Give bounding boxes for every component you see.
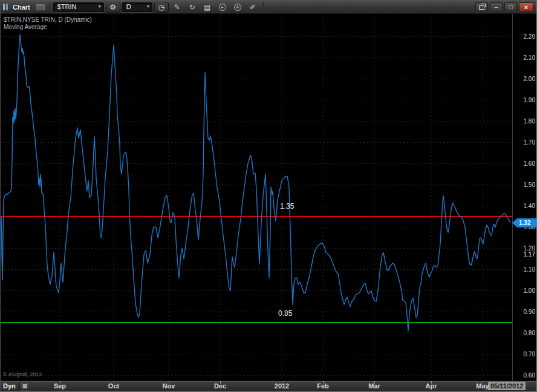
esignal-watermark: © eSignal, 2012 — [3, 371, 42, 377]
price-axis-label: 2.00 — [515, 76, 535, 82]
restore-button[interactable] — [475, 2, 488, 11]
dyn-mode-label: Dyn — [3, 382, 16, 390]
maximize-button[interactable]: □ — [504, 2, 517, 11]
price-axis-label: 1.80 — [515, 118, 535, 125]
month-label: Oct — [108, 382, 119, 390]
window-title: Chart — [13, 4, 30, 11]
chevron-down-icon: ▾ — [93, 4, 101, 9]
restore-icon — [479, 5, 484, 10]
time-template-button[interactable]: ▦ — [19, 382, 30, 390]
pencil-icon: ✎ — [174, 4, 180, 11]
time-interval-button[interactable]: ◷ — [154, 2, 169, 13]
month-label: Feb — [317, 382, 329, 390]
ma-value-label: 1.17 — [515, 251, 535, 258]
comment-icon: ▤ — [204, 4, 210, 11]
toolbar-separator — [263, 2, 264, 12]
clock-icon: ◷ — [158, 4, 164, 11]
chart-canvas[interactable] — [1, 14, 536, 381]
price-axis-label: 1.10 — [515, 266, 535, 273]
toolbar: Chart $TRIN ▾ ⚙ D ▾ ◷ ✎ ↻ ▤ ▸ A — [1, 1, 536, 14]
month-label: 2012 — [275, 382, 289, 390]
replay-button[interactable]: ▸ — [216, 2, 229, 13]
chart-window: Chart $TRIN ▾ ⚙ D ▾ ◷ ✎ ↻ ▤ ▸ A — [0, 0, 537, 392]
toolbar-separator — [49, 2, 50, 12]
price-axis-label: 0.60 — [515, 372, 535, 379]
interval-value: D — [126, 3, 131, 10]
refresh-button[interactable]: ↻ — [186, 2, 199, 13]
month-label: Dec — [214, 382, 226, 390]
draw-tool-button[interactable]: ✎ — [171, 2, 184, 13]
price-axis-label: 1.70 — [515, 139, 535, 146]
symbol-settings-button[interactable]: ⚙ — [106, 2, 120, 13]
month-label: Sep — [54, 382, 66, 390]
minimize-icon: – — [495, 4, 498, 10]
price-axis-label: 2.20 — [515, 33, 535, 40]
interval-dropdown[interactable]: D ▾ — [122, 2, 152, 12]
close-button[interactable]: × — [519, 2, 533, 11]
month-label: Apr — [426, 382, 437, 390]
price-axis-label: 0.80 — [515, 330, 535, 336]
last-date-badge: 05/11/2012 — [488, 382, 526, 390]
symbol-dropdown[interactable]: $TRIN ▾ — [53, 2, 104, 12]
plot-area[interactable]: $TRIN,NYSE TRIN, D (Dynamic) Moving Aver… — [1, 14, 536, 381]
time-axis-bar[interactable]: Dyn ▦ 05/11/2012 SepOctNovDec2012FebMarA… — [1, 381, 536, 391]
play-circle-icon: ▸ — [219, 4, 226, 11]
month-label: Mar — [368, 382, 380, 390]
price-axis-label: 2.10 — [515, 54, 535, 61]
comment-button[interactable]: ▤ — [201, 2, 214, 13]
price-axis-label: 0.70 — [515, 351, 535, 358]
symbol-value: $TRIN — [57, 3, 77, 10]
close-icon: × — [524, 4, 528, 10]
last-price-badge: 1.32 — [512, 218, 537, 227]
minimize-button[interactable]: – — [490, 2, 503, 11]
gear-icon: ⚙ — [109, 4, 116, 11]
auto-circle-icon: A — [234, 4, 241, 11]
price-axis-label: 1.60 — [515, 160, 535, 167]
reference-line-label: 1.35 — [280, 202, 294, 211]
price-axis-label: 0.90 — [515, 309, 535, 315]
eraser-icon: ✐ — [250, 4, 256, 11]
auto-scale-button[interactable]: A — [231, 2, 244, 13]
reference-line-label: 0.85 — [278, 309, 292, 318]
chevron-down-icon: ▾ — [141, 4, 149, 9]
indicator-label: Moving Average — [4, 24, 92, 31]
price-axis-label: 1.40 — [515, 203, 535, 209]
price-axis-label: 1.90 — [515, 97, 535, 103]
price-axis-label: 1.20 — [515, 245, 535, 252]
symbol-description: $TRIN,NYSE TRIN, D (Dynamic) — [4, 16, 92, 24]
chart-icon — [3, 4, 8, 10]
link-badge-icon[interactable] — [35, 4, 45, 11]
eraser-button[interactable]: ✐ — [246, 2, 259, 13]
price-axis-label: 1.00 — [515, 287, 535, 294]
chart-header: $TRIN,NYSE TRIN, D (Dynamic) Moving Aver… — [4, 16, 92, 31]
maximize-icon: □ — [509, 4, 512, 10]
price-axis-label: 1.50 — [515, 181, 535, 188]
month-label: Nov — [163, 382, 175, 390]
window-controls: – □ × — [475, 2, 534, 11]
refresh-icon: ↻ — [189, 4, 195, 11]
month-label: May — [476, 382, 489, 390]
